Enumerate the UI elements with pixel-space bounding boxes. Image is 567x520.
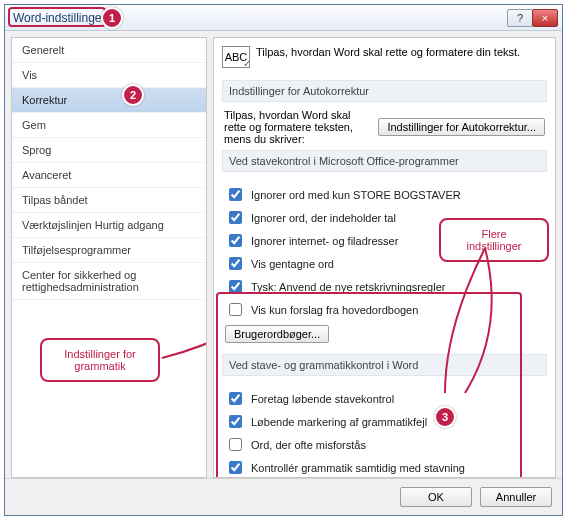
sidebar-item-trust-center[interactable]: Center for sikkerhed og rettighedsadmini…: [12, 263, 206, 300]
sidebar-item-gem[interactable]: Gem: [12, 113, 206, 138]
content-pane: ABC Tilpas, hvordan Word skal rette og f…: [213, 37, 556, 478]
sidebar-item-vis[interactable]: Vis: [12, 63, 206, 88]
dialog-title: Word-indstillinger: [13, 11, 105, 25]
autokorrektur-settings-button[interactable]: Indstillinger for Autokorrektur...: [378, 118, 545, 136]
sidebar-item-generelt[interactable]: Generelt: [12, 38, 206, 63]
intro-text: Tilpas, hvordan Word skal rette og forma…: [256, 46, 520, 58]
word-options-dialog: Word-indstillinger ? × 1 Generelt Vis Ko…: [4, 4, 563, 516]
sidebar-item-sprog[interactable]: Sprog: [12, 138, 206, 163]
annotation-callout-grammar: Indstillinger for grammatik: [40, 338, 160, 382]
annotation-callout-more: Flere indstillinger: [439, 218, 549, 262]
sidebar-item-avanceret[interactable]: Avanceret: [12, 163, 206, 188]
proofing-icon: ABC: [222, 46, 250, 68]
autokorrektur-desc: Tilpas, hvordan Word skal rette og forma…: [224, 109, 372, 145]
close-button[interactable]: ×: [532, 9, 558, 27]
ok-button[interactable]: OK: [400, 487, 472, 507]
annotation-ring-grammar: [216, 292, 522, 478]
sidebar-item-tilpas-baandet[interactable]: Tilpas båndet: [12, 188, 206, 213]
ck-ignore-uppercase[interactable]: Ignorer ord med kun STORE BOGSTAVER: [225, 183, 544, 206]
help-button[interactable]: ?: [507, 9, 533, 27]
section-autokorrektur-heading: Indstillinger for Autokorrektur: [222, 80, 547, 102]
sidebar-item-korrektur[interactable]: Korrektur: [12, 88, 206, 113]
section-stave-office-heading: Ved stavekontrol i Microsoft Office-prog…: [222, 150, 547, 172]
titlebar: Word-indstillinger ? × 1: [5, 5, 562, 31]
sidebar-nav: Generelt Vis Korrektur Gem Sprog Avancer…: [11, 37, 207, 478]
dialog-footer: OK Annuller: [5, 478, 562, 515]
sidebar-item-addins[interactable]: Tilføjelsesprogrammer: [12, 238, 206, 263]
sidebar-item-hurtig-adgang[interactable]: Værktøjslinjen Hurtig adgang: [12, 213, 206, 238]
cancel-button[interactable]: Annuller: [480, 487, 552, 507]
